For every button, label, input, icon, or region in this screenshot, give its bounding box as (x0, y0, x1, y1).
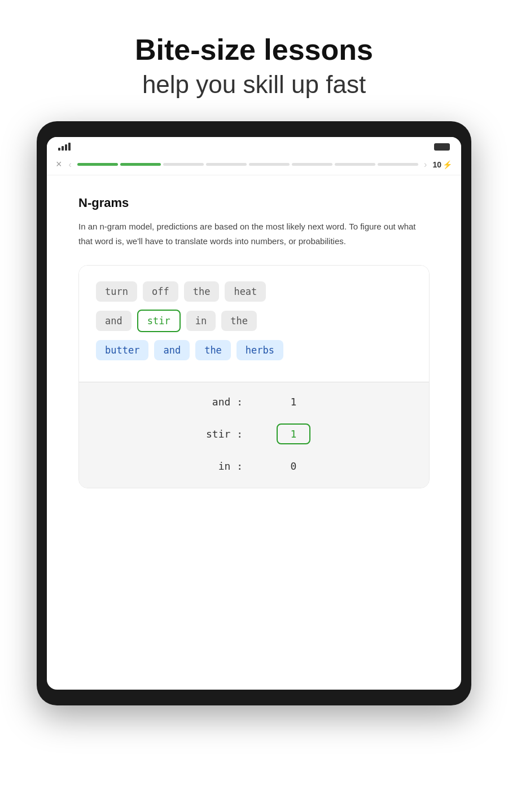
word-chip-0-1: off (143, 281, 178, 302)
table-row-2: in :0 (96, 460, 412, 472)
progress-segment-4 (249, 163, 290, 166)
status-bar (47, 137, 461, 154)
signal-icon (58, 143, 71, 151)
main-title-bold: Bite-size lessons (0, 34, 508, 66)
table-key-0: and : (198, 396, 243, 408)
table-value-1: 1 (277, 423, 310, 444)
table-row-1: stir :1 (96, 423, 412, 444)
progress-segment-2 (163, 163, 204, 166)
word-table-area: and :1stir :1in :0 (79, 382, 429, 488)
main-title-light: help you skill up fast (0, 70, 508, 99)
lesson-description: In an n-gram model, predictions are base… (78, 219, 430, 248)
bolt-icon: ⚡ (443, 160, 452, 169)
word-line-2: butterandtheherbs (96, 340, 412, 360)
tablet-frame: × ‹ › 10 ⚡ N-grams In an n-gram model, p… (37, 121, 471, 705)
progress-segment-0 (77, 163, 118, 166)
table-key-2: in : (198, 460, 243, 472)
lesson-title: N-grams (78, 196, 430, 210)
progress-segment-7 (378, 163, 418, 166)
word-line-0: turnofftheheat (96, 281, 412, 302)
word-chip-2-0: butter (96, 340, 148, 360)
progress-segment-1 (120, 163, 161, 166)
prev-button[interactable]: ‹ (69, 160, 72, 170)
close-button[interactable]: × (56, 158, 62, 170)
table-key-1: stir : (198, 428, 243, 440)
word-line-1: andstirinthe (96, 310, 412, 332)
word-card-container: turnofftheheatandstirinthebutterandthehe… (78, 265, 430, 488)
word-chip-1-3: the (221, 311, 257, 331)
progress-segment-6 (335, 163, 375, 166)
table-value-2: 0 (277, 460, 310, 472)
word-chip-2-2: the (195, 340, 231, 360)
progress-segment-5 (292, 163, 332, 166)
table-value-0: 1 (277, 396, 310, 408)
xp-value: 10 (432, 160, 441, 169)
progress-segment-3 (206, 163, 247, 166)
table-row-0: and :1 (96, 396, 412, 408)
word-chip-0-0: turn (96, 281, 137, 302)
lesson-nav: × ‹ › 10 ⚡ (47, 154, 461, 175)
page-header: Bite-size lessons help you skill up fast (0, 0, 508, 121)
word-chip-2-3: herbs (237, 340, 283, 360)
word-chip-1-2: in (186, 311, 216, 331)
next-button[interactable]: › (424, 160, 427, 170)
tablet-screen: × ‹ › 10 ⚡ N-grams In an n-gram model, p… (47, 137, 461, 690)
word-chip-1-0: and (96, 311, 132, 331)
lesson-content: N-grams In an n-gram model, predictions … (47, 175, 461, 505)
xp-badge: 10 ⚡ (432, 160, 452, 169)
word-chip-1-1: stir (137, 310, 181, 332)
word-chip-2-1: and (154, 340, 190, 360)
progress-track (77, 163, 418, 166)
word-sentence-area: turnofftheheatandstirinthebutterandthehe… (79, 266, 429, 382)
battery-icon (434, 143, 450, 151)
word-chip-0-3: heat (225, 281, 266, 302)
word-chip-0-2: the (184, 281, 220, 302)
